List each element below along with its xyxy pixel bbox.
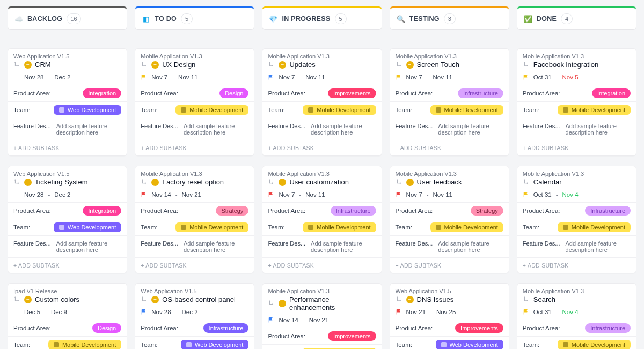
product-area-pill[interactable]: Design: [219, 88, 248, 98]
add-subtask-button[interactable]: + ADD SUBTASK: [8, 257, 127, 273]
product-area-pill[interactable]: Integration: [83, 206, 121, 216]
team-chip[interactable]: Mobile Development: [303, 105, 376, 115]
kanban-card[interactable]: Mobile Application V1.3 − Updates Nov 7 …: [262, 48, 382, 156]
add-subtask-button[interactable]: + ADD SUBTASK: [517, 140, 636, 155]
date-end: Dec 9: [51, 309, 67, 315]
add-subtask-button[interactable]: + ADD SUBTASK: [135, 257, 254, 273]
kanban-card[interactable]: Web Application V1.5 − DNS Issues Nov 21…: [390, 283, 509, 349]
card-dates[interactable]: Oct 31 - Nov 4: [517, 189, 636, 202]
kanban-card[interactable]: Mobile Application V1.3 − Performance en…: [262, 283, 382, 349]
card-dates[interactable]: Nov 7 - Nov 11: [390, 72, 509, 85]
kanban-card[interactable]: Mobile Application V1.3 Search Oct 31 - …: [517, 283, 636, 349]
kanban-card[interactable]: Mobile Application V1.3 Calendar Oct 31 …: [517, 166, 636, 273]
card-dates[interactable]: Dec 5 - Dec 9: [8, 307, 127, 320]
product-area-pill[interactable]: Infrastructure: [331, 206, 376, 216]
column-header-backlog[interactable]: ☁️ BACKLOG 16: [8, 6, 127, 30]
add-subtask-button[interactable]: + ADD SUBTASK: [135, 140, 254, 155]
card-dates[interactable]: Oct 31 - Nov 5: [517, 72, 636, 85]
product-area-pill[interactable]: Integration: [592, 88, 631, 98]
product-area-pill[interactable]: Strategy: [216, 206, 248, 216]
product-area-pill[interactable]: Infrastructure: [203, 323, 249, 333]
card-dates[interactable]: Nov 7 - Nov 11: [262, 189, 381, 202]
add-subtask-button[interactable]: + ADD SUBTASK: [8, 140, 127, 155]
product-area-pill[interactable]: Infrastructure: [585, 323, 631, 333]
product-area-pill[interactable]: Design: [92, 323, 121, 333]
team-chip[interactable]: Mobile Development: [558, 340, 631, 349]
card-dates[interactable]: Nov 28 - Dec 2: [8, 72, 127, 85]
card-dates[interactable]: Oct 31 - Nov 4: [517, 307, 636, 320]
product-area-pill[interactable]: Improvements: [328, 88, 376, 98]
product-area-pill[interactable]: Strategy: [471, 206, 503, 216]
feature-description-row[interactable]: Feature Des... Add sample feature descri…: [262, 235, 381, 257]
feature-description-row[interactable]: Feature Des... Add sample feature descri…: [390, 118, 509, 140]
product-area-pill[interactable]: Infrastructure: [585, 206, 631, 216]
kanban-card[interactable]: Mobile Application V1.3 − User customiza…: [262, 166, 382, 273]
team-chip[interactable]: Mobile Development: [303, 222, 376, 232]
product-area-pill[interactable]: Integration: [83, 88, 121, 98]
feature-description-label: Feature Des...: [523, 123, 560, 136]
team-row: Team: Mobile Development: [517, 219, 636, 235]
team-chip[interactable]: Mobile Development: [175, 222, 248, 232]
card-dates[interactable]: Nov 28 - Dec 2: [135, 307, 254, 320]
team-label: Team:: [13, 224, 30, 231]
date-end: Nov 11: [433, 191, 452, 198]
card-dates[interactable]: Nov 7 - Nov 11: [135, 72, 254, 85]
card-dates[interactable]: Nov 28 - Dec 2: [8, 189, 127, 202]
team-chip[interactable]: Mobile Development: [48, 340, 121, 349]
team-chip[interactable]: Web Development: [54, 105, 121, 115]
subtask-tree-icon: [268, 300, 275, 307]
card-dates[interactable]: Nov 21 - Nov 25: [390, 307, 509, 320]
team-chip[interactable]: Web Development: [54, 222, 121, 232]
kanban-card[interactable]: Mobile Application V1.3 − Factory reset …: [135, 166, 254, 273]
team-chip[interactable]: Mobile Development: [558, 105, 631, 115]
subtask-tree-icon: [141, 179, 148, 186]
feature-description-row[interactable]: Feature Des... Add sample feature descri…: [517, 235, 636, 257]
column-header-progress[interactable]: 💎 IN PROGRESS 5: [262, 6, 382, 30]
date-end: Nov 11: [433, 74, 452, 80]
kanban-card[interactable]: Web Application V1.5 − OS-based control …: [135, 283, 254, 349]
product-area-pill[interactable]: Improvements: [455, 323, 503, 333]
add-subtask-button[interactable]: + ADD SUBTASK: [390, 257, 509, 273]
add-subtask-button[interactable]: + ADD SUBTASK: [262, 140, 381, 155]
feature-description-row[interactable]: Feature Des... Add sample feature descri…: [135, 235, 254, 257]
kanban-card[interactable]: Mobile Application V1.3 Facebook integra…: [517, 48, 636, 156]
feature-description-row[interactable]: Feature Des... Add sample feature descri…: [8, 118, 127, 140]
date-end: Nov 21: [309, 317, 328, 323]
team-chip[interactable]: Mobile Development: [175, 105, 248, 115]
team-chip[interactable]: Mobile Development: [558, 222, 631, 232]
product-area-row: Product Area: Infrastructure: [517, 320, 636, 336]
card-dates[interactable]: Nov 14 - Nov 21: [135, 189, 254, 202]
add-subtask-button[interactable]: + ADD SUBTASK: [517, 257, 636, 273]
date-start: Oct 31: [533, 191, 552, 198]
kanban-card[interactable]: Mobile Application V1.3 − Screen Touch N…: [390, 48, 509, 156]
column-header-todo[interactable]: ◧ TO DO 5: [135, 6, 254, 30]
team-chip[interactable]: Web Development: [436, 340, 503, 349]
team-chip[interactable]: Mobile Development: [430, 105, 503, 115]
feature-description-row[interactable]: Feature Des... Add sample feature descri…: [390, 235, 509, 257]
column-header-testing[interactable]: 🔍 TESTING 3: [390, 6, 509, 30]
team-chip[interactable]: Web Development: [181, 340, 248, 349]
kanban-card[interactable]: Ipad V1 Release − Custom colors Dec 5 - …: [8, 283, 127, 349]
kanban-card[interactable]: Mobile Application V1.3 − User feedback …: [390, 166, 509, 273]
svg-point-2: [14, 179, 16, 180]
kanban-card[interactable]: Web Application V1.5 − Ticketing System …: [8, 166, 127, 273]
svg-point-0: [14, 62, 16, 63]
feature-description-row[interactable]: Feature Des... Add sample feature descri…: [135, 118, 254, 140]
svg-point-24: [524, 62, 525, 63]
add-subtask-button[interactable]: + ADD SUBTASK: [390, 140, 509, 155]
kanban-card[interactable]: Web Application V1.5 − CRM Nov 28 - Dec …: [8, 48, 127, 156]
add-subtask-button[interactable]: + ADD SUBTASK: [262, 257, 381, 273]
product-area-pill[interactable]: Improvements: [328, 331, 376, 341]
feature-description-row[interactable]: Feature Des... Add sample feature descri…: [517, 118, 636, 140]
card-dates[interactable]: Nov 7 - Nov 11: [262, 72, 381, 85]
team-chip[interactable]: Mobile Development: [430, 222, 503, 232]
feature-description-row[interactable]: Feature Des... Add sample feature descri…: [262, 118, 381, 140]
svg-point-23: [399, 300, 400, 301]
feature-description-row[interactable]: Feature Des... Add sample feature descri…: [8, 235, 127, 257]
product-area-pill[interactable]: Infrastructure: [458, 88, 503, 98]
column-header-done[interactable]: ✅ DONE 4: [517, 6, 636, 30]
card-dates[interactable]: Nov 7 - Nov 11: [390, 189, 509, 202]
team-color-swatch-icon: [308, 107, 313, 113]
card-dates[interactable]: Nov 14 - Nov 21: [262, 315, 381, 328]
kanban-card[interactable]: Mobile Application V1.3 − UX Design Nov …: [135, 48, 254, 156]
